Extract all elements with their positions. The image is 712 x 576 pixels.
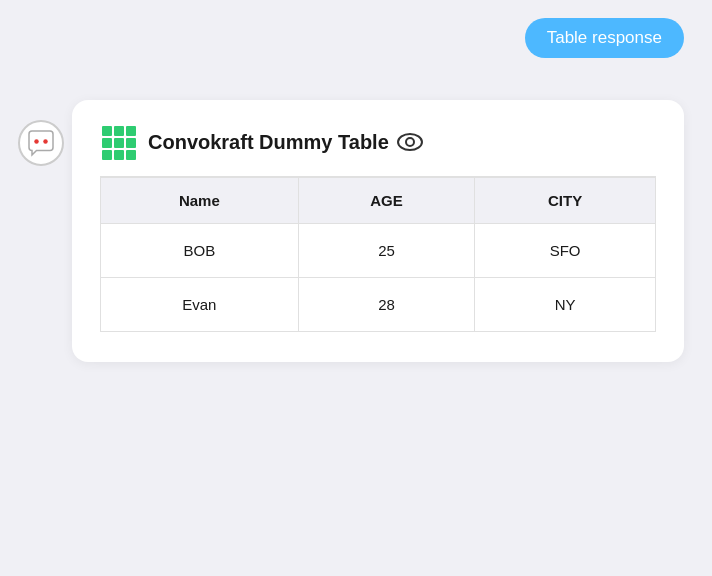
svg-rect-2 — [102, 126, 112, 136]
table-row: BOB25SFO — [101, 224, 656, 278]
user-chat-bubble: Table response — [525, 18, 684, 58]
data-table: Name AGE CITY BOB25SFOEvan28NY — [100, 177, 656, 332]
svg-point-11 — [398, 134, 422, 150]
svg-rect-5 — [102, 138, 112, 148]
table-cell: NY — [475, 278, 656, 332]
grid-icon — [100, 124, 136, 160]
svg-point-1 — [43, 139, 48, 144]
svg-point-0 — [34, 139, 39, 144]
table-header-row: Name AGE CITY — [101, 178, 656, 224]
svg-point-12 — [406, 138, 414, 146]
svg-rect-6 — [114, 138, 124, 148]
col-header-city: CITY — [475, 178, 656, 224]
table-cell: SFO — [475, 224, 656, 278]
table-cell: 28 — [298, 278, 475, 332]
svg-rect-7 — [126, 138, 136, 148]
col-header-age: AGE — [298, 178, 475, 224]
bot-avatar — [18, 120, 64, 166]
svg-rect-8 — [102, 150, 112, 160]
card-title-text: Convokraft Dummy Table — [148, 131, 389, 154]
card-title: Convokraft Dummy Table — [148, 131, 423, 154]
table-cell: BOB — [101, 224, 299, 278]
card-header: Convokraft Dummy Table — [100, 124, 656, 160]
table-row: Evan28NY — [101, 278, 656, 332]
svg-rect-9 — [114, 150, 124, 160]
svg-rect-4 — [126, 126, 136, 136]
table-cell: Evan — [101, 278, 299, 332]
bot-icon — [26, 128, 56, 158]
response-card: Convokraft Dummy Table Name AGE CITY BOB… — [72, 100, 684, 362]
svg-rect-3 — [114, 126, 124, 136]
table-cell: 25 — [298, 224, 475, 278]
col-header-name: Name — [101, 178, 299, 224]
svg-rect-10 — [126, 150, 136, 160]
eye-icon[interactable] — [397, 133, 423, 151]
